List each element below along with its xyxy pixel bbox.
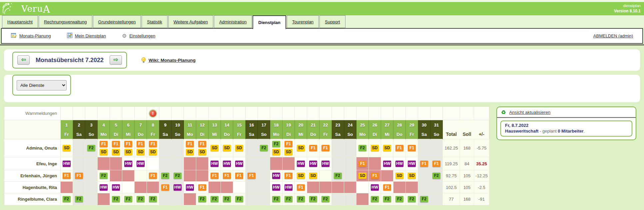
shift-cell-day-2[interactable] [73, 182, 85, 193]
shift-cell-day-14[interactable]: SD [221, 139, 233, 157]
shift-cell-day-16[interactable] [246, 193, 258, 205]
shift-cell-day-9[interactable] [159, 193, 172, 205]
shift-cell-day-26[interactable] [369, 157, 381, 170]
shift-cell-day-17[interactable] [258, 193, 270, 205]
shift-cell-day-22[interactable]: F1 [320, 139, 332, 157]
shift-cell-day-9[interactable] [159, 157, 172, 170]
shift-cell-day-25[interactable]: F1 [356, 157, 369, 170]
shift-cell-day-2[interactable] [73, 139, 85, 157]
shift-cell-day-27[interactable]: F1 [381, 182, 393, 193]
shift-cell-day-17[interactable]: F2 [258, 139, 270, 157]
shift-cell-day-17[interactable] [258, 157, 270, 170]
shift-cell-day-26[interactable]: SD [369, 139, 381, 157]
shift-cell-day-23[interactable] [332, 182, 344, 193]
wiki-link[interactable]: Wiki: Monats-Planung [141, 57, 196, 63]
shift-cell-day-3[interactable] [85, 157, 98, 170]
shift-cell-day-22[interactable] [320, 182, 332, 193]
shift-cell-day-24[interactable] [344, 182, 356, 193]
shift-cell-day-2[interactable]: F1 [73, 170, 85, 182]
shift-cell-day-19[interactable]: F2 [283, 193, 295, 205]
shift-cell-day-20[interactable]: F1 [295, 182, 307, 193]
shift-cell-day-30[interactable] [418, 182, 430, 193]
next-month-button[interactable]: ⇨ [110, 55, 122, 65]
shift-cell-day-21[interactable]: F2 [307, 193, 320, 205]
shift-cell-day-4[interactable] [98, 193, 110, 205]
shift-cell-day-3[interactable] [85, 193, 98, 205]
shift-cell-day-1[interactable]: F2 [61, 193, 73, 205]
shift-cell-day-27[interactable]: HW [381, 157, 393, 170]
shift-cell-day-8[interactable]: F2 [147, 193, 159, 205]
toolbar-item-einstellungen[interactable]: ⚙Einstellungen [122, 33, 155, 39]
tab-tourenplan[interactable]: Tourenplan [287, 15, 319, 28]
shift-cell-day-6[interactable]: F1SD [122, 139, 135, 157]
shift-cell-day-11[interactable]: F1SD [184, 139, 196, 157]
shift-cell-day-24[interactable] [344, 193, 356, 205]
shift-cell-day-22[interactable]: F2 [320, 193, 332, 205]
shift-cell-day-18[interactable]: F2 [270, 193, 283, 205]
shift-cell-day-10[interactable] [172, 157, 184, 170]
shift-cell-day-8[interactable] [147, 182, 159, 193]
shift-cell-day-21[interactable]: F1 [307, 139, 320, 157]
shift-cell-day-29[interactable]: SD [406, 170, 418, 182]
shift-cell-day-8[interactable]: F1SD [147, 139, 159, 157]
shift-cell-day-3[interactable] [85, 170, 98, 182]
shift-cell-day-26[interactable]: F1 [369, 170, 381, 182]
shift-cell-day-11[interactable] [184, 193, 196, 205]
shift-cell-day-10[interactable]: F2 [172, 170, 184, 182]
shift-cell-day-13[interactable]: F2 [209, 193, 221, 205]
shift-cell-day-5[interactable]: HW [110, 182, 122, 193]
shift-cell-day-20[interactable]: HW [295, 157, 307, 170]
shift-cell-day-7[interactable]: HW [135, 157, 147, 170]
shift-cell-day-4[interactable]: F2 [98, 170, 110, 182]
shift-cell-day-8[interactable] [147, 157, 159, 170]
shift-cell-day-6[interactable] [122, 170, 135, 182]
shift-cell-day-11[interactable]: HW [184, 182, 196, 193]
toolbar-item-mein-dienstplan[interactable]: Mein Dienstplan [67, 33, 106, 39]
shift-cell-day-4[interactable]: F1SD [98, 139, 110, 157]
shift-cell-day-31[interactable]: F2 [430, 170, 443, 182]
shift-cell-day-24[interactable] [344, 170, 356, 182]
shift-cell-day-18[interactable]: F2SD [270, 139, 283, 157]
shift-cell-day-25[interactable]: SD [356, 170, 369, 182]
shift-cell-day-14[interactable]: F1 [221, 170, 233, 182]
shift-cell-day-10[interactable] [172, 139, 184, 157]
shift-cell-day-15[interactable] [233, 182, 246, 193]
shift-cell-day-9[interactable]: F1 [159, 182, 172, 193]
shift-cell-day-8[interactable]: F1 [147, 170, 159, 182]
shift-cell-day-13[interactable]: HW [209, 157, 221, 170]
shift-cell-day-16[interactable]: F1 [246, 170, 258, 182]
shift-cell-day-12[interactable]: F2 [196, 193, 209, 205]
shift-cell-day-23[interactable] [332, 157, 344, 170]
shift-cell-day-21[interactable] [307, 182, 320, 193]
shift-cell-day-19[interactable]: F1SD [283, 139, 295, 157]
shift-cell-day-31[interactable]: F1 [430, 157, 443, 170]
shift-cell-day-7[interactable] [135, 182, 147, 193]
shift-cell-day-5[interactable]: F1SD [110, 139, 122, 157]
shift-cell-day-28[interactable]: SD [393, 170, 406, 182]
shift-cell-day-17[interactable] [258, 182, 270, 193]
shift-cell-day-15[interactable]: F2 [233, 193, 246, 205]
shift-cell-day-28[interactable]: F1 [393, 139, 406, 157]
shift-cell-day-6[interactable] [122, 182, 135, 193]
shift-cell-day-29[interactable]: F1 [406, 139, 418, 157]
shift-cell-day-13[interactable] [209, 182, 221, 193]
shift-cell-day-30[interactable]: F2 [418, 193, 430, 205]
tab-grundeinstellungen[interactable]: Grundeinstellungen [93, 15, 141, 28]
shift-cell-day-7[interactable]: F2 [135, 193, 147, 205]
shift-cell-day-12[interactable]: F1SD [196, 139, 209, 157]
tab-support[interactable]: Support [320, 15, 345, 28]
shift-cell-day-11[interactable] [184, 157, 196, 170]
shift-cell-day-30[interactable] [418, 170, 430, 182]
shift-cell-day-1[interactable] [61, 182, 73, 193]
shift-cell-day-1[interactable]: F1 [61, 170, 73, 182]
shift-cell-day-12[interactable] [196, 170, 209, 182]
tab-hauptansicht[interactable]: Hauptansicht [2, 15, 38, 28]
service-filter-select[interactable]: Alle Dienste [17, 80, 67, 90]
shift-cell-day-20[interactable]: SD [295, 170, 307, 182]
shift-cell-day-19[interactable]: HW [283, 182, 295, 193]
shift-cell-day-7[interactable]: F1SD [135, 139, 147, 157]
shift-cell-day-29[interactable]: HW [406, 157, 418, 170]
shift-cell-day-19[interactable]: F1 [283, 170, 295, 182]
shift-cell-day-22[interactable] [320, 170, 332, 182]
shift-cell-day-23[interactable]: F2 [332, 170, 344, 182]
